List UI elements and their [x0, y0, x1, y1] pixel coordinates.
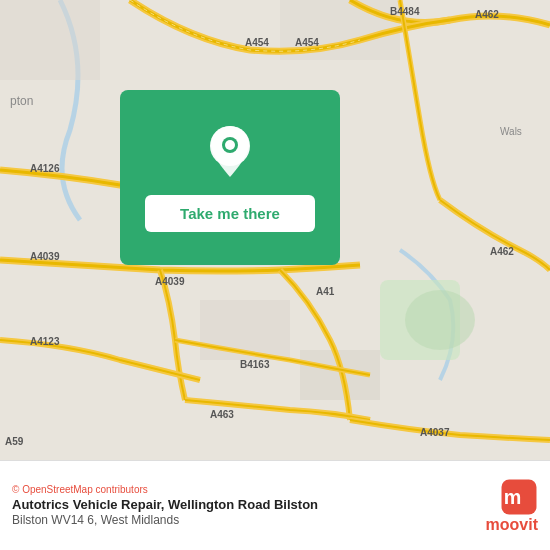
svg-text:A462: A462: [475, 9, 499, 20]
svg-text:Wals: Wals: [500, 126, 522, 137]
svg-text:A41: A41: [316, 286, 335, 297]
svg-text:A4126: A4126: [30, 163, 60, 174]
moovit-icon: m: [500, 478, 538, 516]
svg-rect-3: [0, 0, 100, 80]
svg-text:A454: A454: [295, 37, 319, 48]
moovit-text: moovit: [486, 516, 538, 534]
location-pin-icon: [206, 124, 254, 179]
svg-text:B4163: B4163: [240, 359, 270, 370]
svg-text:A4123: A4123: [30, 336, 60, 347]
svg-text:A4039: A4039: [155, 276, 185, 287]
location-card: Take me there: [120, 90, 340, 265]
svg-text:A462: A462: [490, 246, 514, 257]
svg-text:pton: pton: [10, 94, 33, 108]
map-container: A462 B4484 A454 A454 A4126 A4039 A4039 A…: [0, 0, 550, 460]
info-text-block: © OpenStreetMap contributors Autotrics V…: [12, 484, 474, 528]
svg-point-25: [225, 140, 235, 150]
moovit-logo: m moovit: [486, 478, 538, 534]
svg-text:A454: A454: [245, 37, 269, 48]
location-name: Autotrics Vehicle Repair, Wellington Roa…: [12, 497, 474, 514]
svg-text:A463: A463: [210, 409, 234, 420]
location-sub: Bilston WV14 6, West Midlands: [12, 513, 474, 527]
svg-text:A59: A59: [5, 436, 24, 447]
take-me-there-button[interactable]: Take me there: [145, 195, 315, 232]
info-bar: © OpenStreetMap contributors Autotrics V…: [0, 460, 550, 550]
osm-credit: © OpenStreetMap contributors: [12, 484, 474, 495]
svg-text:A4037: A4037: [420, 427, 450, 438]
svg-text:A4039: A4039: [30, 251, 60, 262]
svg-text:m: m: [504, 485, 522, 507]
svg-text:B4484: B4484: [390, 6, 420, 17]
svg-point-2: [405, 290, 475, 350]
